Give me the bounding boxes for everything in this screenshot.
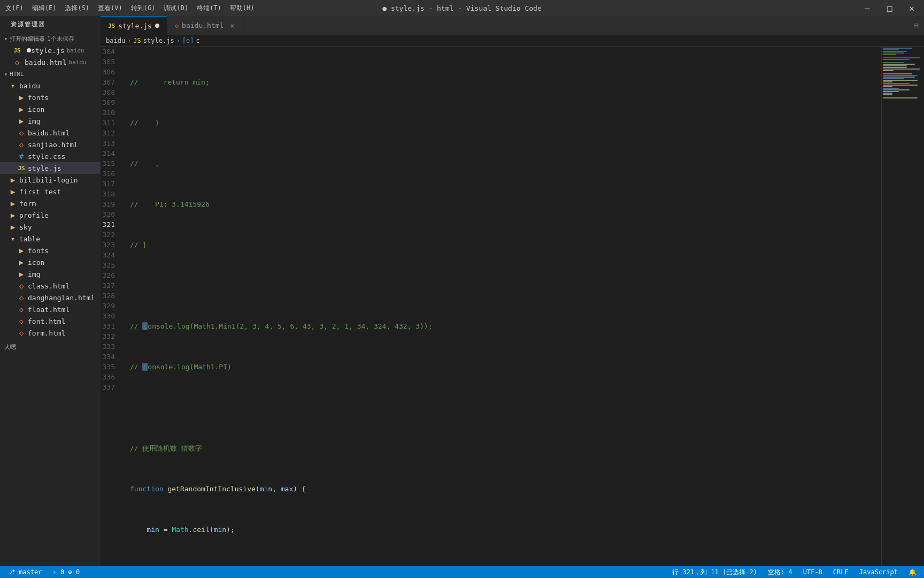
html-section-header[interactable]: ▾ HTML (0, 68, 101, 80)
line-num-329: 329 (101, 301, 119, 311)
line-num-326: 326 (101, 270, 119, 280)
folder-fonts-icon: ▶ (17, 93, 26, 102)
daima-section-header[interactable]: 大嗯 (0, 341, 101, 353)
open-editors-header[interactable]: ▾ 打开的编辑器 1个未保存 (0, 33, 101, 44)
status-encoding[interactable]: UTF-8 (801, 568, 825, 576)
file-form-html[interactable]: ◇ form.html (0, 327, 101, 339)
line-num-325: 325 (101, 260, 119, 270)
line-num-336: 336 (101, 372, 119, 382)
menu-debug[interactable]: 调试(D) (164, 4, 188, 13)
breadcrumb: baidu › JS style.js › [e] c (101, 35, 924, 47)
file-style-css[interactable]: # style.css (0, 150, 101, 162)
folder-bilibili-login[interactable]: ▶ bilibili-login (0, 174, 101, 186)
menu-select[interactable]: 选择(S) (65, 4, 89, 13)
tab-baidu-html[interactable]: ◇ baidu.html × (167, 16, 245, 35)
font-html-icon: ◇ (17, 317, 26, 325)
file-float-html-label: float.html (28, 306, 101, 314)
minimize-button[interactable]: — (860, 3, 874, 13)
file-class-html[interactable]: ◇ class.html (0, 280, 101, 292)
line-num-337: 337 (101, 382, 119, 392)
folder-baidu-label: baidu (19, 82, 101, 90)
folder-profile[interactable]: ▶ profile (0, 209, 101, 221)
status-bar: ⎇ master ⚠ 0 ⊗ 0 行 321，列 11 (已选择 2) 空格: … (0, 566, 924, 578)
folder-table-icon[interactable]: ▶ icon (0, 256, 101, 268)
folder-fonts[interactable]: ▶ fonts (0, 92, 101, 103)
line-num-320: 320 (101, 209, 119, 219)
folder-table-img-label: img (28, 270, 101, 278)
breadcrumb-js-icon: JS (133, 37, 141, 44)
folder-first-test[interactable]: ▶ first test (0, 186, 101, 197)
code-line-306: // , (130, 158, 881, 169)
status-line-ending[interactable]: CRLF (831, 568, 851, 576)
folder-table-icon-icon: ▶ (17, 258, 26, 267)
folder-baidu[interactable]: ▾ baidu (0, 80, 101, 92)
open-editor-baidu-html[interactable]: ◇ baidu.html baidu (0, 56, 101, 68)
editor-content[interactable]: 304 305 306 307 308 309 310 311 312 313 … (101, 47, 924, 566)
folder-icon-icon: ▶ (17, 105, 26, 113)
folder-icon[interactable]: ▶ icon (0, 103, 101, 115)
folder-table-img[interactable]: ▶ img (0, 268, 101, 280)
status-bar-left: ⎇ master ⚠ 0 ⊗ 0 (5, 568, 82, 576)
status-git-branch[interactable]: ⎇ master (5, 568, 44, 576)
breadcrumb-sep2: › (176, 37, 180, 44)
title-bar-menus: 文(F) 编辑(E) 选择(S) 查看(V) 转到(G) 调试(D) 终端(T)… (5, 4, 255, 13)
code-line-308: // } (130, 240, 881, 250)
tab-baidu-html-name: baidu.html (182, 21, 224, 29)
breadcrumb-symbol[interactable]: c (196, 37, 200, 44)
folder-table-icon: ▾ (9, 234, 17, 243)
menu-terminal[interactable]: 终端(T) (197, 4, 221, 13)
open-editor-style-js[interactable]: JS style.js baidu (0, 44, 101, 56)
window-controls: — □ ✕ (860, 3, 919, 13)
code-line-309 (130, 280, 881, 291)
code-line-305: // } (130, 118, 881, 128)
breadcrumb-style-js[interactable]: style.js (143, 37, 174, 44)
folder-form[interactable]: ▶ form (0, 197, 101, 209)
folder-table[interactable]: ▾ table (0, 233, 101, 245)
menu-goto[interactable]: 转到(G) (131, 4, 156, 13)
title-bar: 文(F) 编辑(E) 选择(S) 查看(V) 转到(G) 调试(D) 终端(T)… (0, 0, 924, 16)
js-file-icon: JS (13, 47, 21, 54)
line-num-309: 309 (101, 97, 119, 108)
menu-edit[interactable]: 编辑(E) (32, 4, 57, 13)
sidebar-title: 资源管理器 (0, 16, 101, 33)
close-button[interactable]: ✕ (905, 3, 919, 13)
file-baidu-html[interactable]: ◇ baidu.html (0, 127, 101, 139)
file-style-js[interactable]: JS style.js (0, 162, 101, 174)
line-num-316: 316 (101, 169, 119, 179)
code-line-311: // console.log(Math1.PI) (130, 362, 881, 372)
menu-help[interactable]: 帮助(H) (230, 4, 255, 13)
line-num-307: 307 (101, 77, 119, 87)
tab-empty-space (244, 16, 909, 35)
folder-sky[interactable]: ▶ sky (0, 221, 101, 233)
breadcrumb-baidu[interactable]: baidu (106, 37, 125, 44)
folder-img[interactable]: ▶ img (0, 115, 101, 127)
status-feedback[interactable]: 🔔 (906, 568, 919, 576)
line-num-318: 318 (101, 189, 119, 199)
maximize-button[interactable]: □ (883, 3, 897, 13)
unsaved-dot (27, 48, 31, 52)
minimap[interactable] (881, 47, 924, 566)
code-editor[interactable]: // return min; // } // , // PI: 3.141592… (125, 47, 881, 566)
file-class-html-label: class.html (28, 282, 101, 290)
file-danghanglan-html-label: danghanglan.html (28, 294, 101, 302)
file-float-html[interactable]: ◇ float.html (0, 303, 101, 315)
file-sanjiao-html[interactable]: ◇ sanjiao.html (0, 139, 101, 150)
tab-style-js[interactable]: JS style.js (101, 16, 167, 35)
split-editor-button[interactable]: ⊟ (909, 16, 924, 35)
menu-view[interactable]: 查看(V) (98, 4, 122, 13)
file-font-html[interactable]: ◇ font.html (0, 315, 101, 327)
file-baidu-html-label: baidu.html (28, 129, 101, 137)
file-danghanglan-html[interactable]: ◇ danghanglan.html (0, 292, 101, 303)
folder-table-fonts[interactable]: ▶ fonts (0, 245, 101, 256)
status-cursor-position[interactable]: 行 321，列 11 (已选择 2) (670, 568, 759, 577)
status-language[interactable]: JavaScript (857, 568, 900, 576)
folder-first-test-icon: ▶ (9, 187, 17, 196)
status-errors[interactable]: ⚠ 0 ⊗ 0 (51, 568, 82, 576)
tab-close-icon[interactable]: × (228, 21, 236, 30)
status-indent[interactable]: 空格: 4 (766, 568, 795, 577)
editor-area: JS style.js ◇ baidu.html × ⊟ baidu › JS … (101, 16, 924, 566)
menu-file[interactable]: 文(F) (5, 4, 24, 13)
sidebar: 资源管理器 ▾ 打开的编辑器 1个未保存 JS style.js baidu ◇… (0, 16, 101, 566)
window-title: ● style.js - html - Visual Studio Code (382, 4, 541, 12)
js-icon: JS (17, 165, 26, 172)
